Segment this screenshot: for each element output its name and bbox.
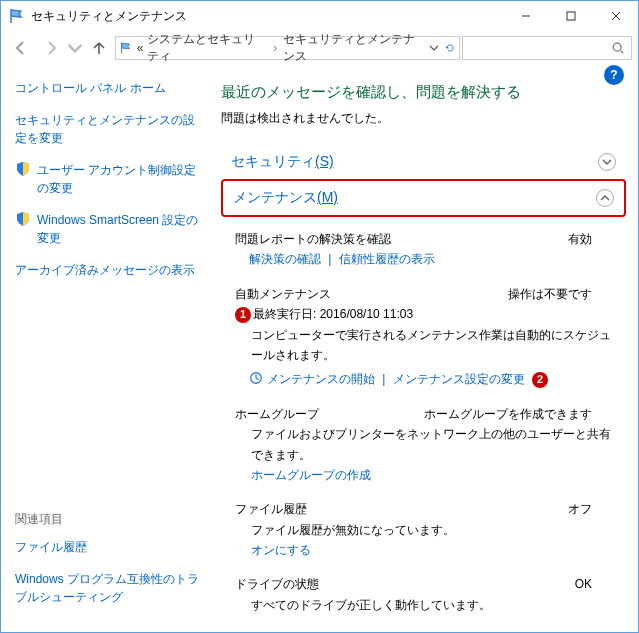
minimize-button[interactable] <box>503 1 548 31</box>
sidebar-compat[interactable]: Windows プログラム互換性のトラブルシューティング <box>15 570 201 606</box>
automaint-desc: コンピューターで実行されるメンテナンス作業は自動的にスケジュールされます。 <box>235 325 620 366</box>
no-issues-text: 問題は検出されませんでした。 <box>221 110 626 127</box>
homegroup-status: ホームグループを作成できます <box>424 404 592 424</box>
change-maintenance-settings-link[interactable]: メンテナンス設定の変更 <box>393 372 525 386</box>
start-maintenance-link[interactable]: メンテナンスの開始 <box>267 372 375 386</box>
breadcrumb-seg2[interactable]: セキュリティとメンテナンス <box>283 31 425 65</box>
problem-report-title: 問題レポートの解決策を確認 <box>235 229 391 249</box>
up-button[interactable] <box>85 35 113 61</box>
help-button[interactable]: ? <box>604 65 624 85</box>
maintenance-section-toggle[interactable]: メンテナンス(M) <box>221 179 626 217</box>
security-accel: (S) <box>315 153 334 169</box>
maintenance-accel: (M) <box>317 189 338 205</box>
chevron-up-icon <box>596 189 614 207</box>
navbar: « システムとセキュリティ › セキュリティとメンテナンス <box>1 31 638 65</box>
automaint-title: 自動メンテナンス <box>235 284 331 304</box>
chevron-down-icon <box>598 153 616 171</box>
filehistory-desc: ファイル履歴が無効になっています。 <box>235 520 620 540</box>
create-homegroup-link[interactable]: ホームグループの作成 <box>251 468 371 482</box>
main-panel: ? 最近のメッセージを確認し、問題を解決する 問題は検出されませんでした。 セキ… <box>211 65 638 632</box>
divider: | <box>382 372 385 386</box>
svg-line-5 <box>621 51 624 54</box>
automaint-status: 操作は不要です <box>508 284 592 304</box>
problem-report-status: 有効 <box>568 229 592 249</box>
annotation-badge-1: 1 <box>235 307 251 323</box>
device-status: 操作は不要です <box>508 629 592 632</box>
breadcrumb-prefix: « <box>137 41 144 55</box>
titlebar: セキュリティとメンテナンス <box>1 1 638 31</box>
window-title: セキュリティとメンテナンス <box>31 8 187 25</box>
address-bar[interactable]: « システムとセキュリティ › セキュリティとメンテナンス <box>115 36 460 60</box>
problem-report-block: 問題レポートの解決策を確認 有効 解決策の確認 | 信頼性履歴の表示 <box>221 225 626 280</box>
clock-icon <box>249 371 263 385</box>
maintenance-label: メンテナンス <box>233 189 317 205</box>
search-input[interactable] <box>462 36 632 60</box>
forward-button[interactable] <box>37 35 65 61</box>
filehistory-title: ファイル履歴 <box>235 499 307 519</box>
refresh-icon[interactable] <box>445 43 455 53</box>
enable-filehistory-link[interactable]: オンにする <box>251 543 311 557</box>
chevron-right-icon: › <box>273 41 277 55</box>
breadcrumb-seg1[interactable]: システムとセキュリティ <box>147 31 267 65</box>
svg-rect-1 <box>567 12 575 20</box>
check-solutions-link[interactable]: 解決策の確認 <box>249 252 321 266</box>
drive-status: OK <box>575 574 592 594</box>
maximize-button[interactable] <box>548 1 593 31</box>
sidebar-change-settings[interactable]: セキュリティとメンテナンスの設定を変更 <box>15 111 201 147</box>
reliability-history-link[interactable]: 信頼性履歴の表示 <box>339 252 435 266</box>
flag-icon <box>120 41 133 55</box>
security-label: セキュリティ <box>231 153 315 169</box>
last-run-value: 2016/08/10 11:03 <box>320 307 413 321</box>
homegroup-block: ホームグループ ホームグループを作成できます ファイルおよびプリンターをネットワ… <box>221 400 626 496</box>
auto-maintenance-block: 自動メンテナンス 操作は不要です 1最終実行日: 2016/08/10 11:0… <box>221 280 626 400</box>
annotation-badge-2: 2 <box>532 372 548 388</box>
security-section-toggle[interactable]: セキュリティ(S) <box>221 145 626 179</box>
device-title: デバイスのソフトウェア <box>235 629 367 632</box>
address-dropdown-icon[interactable] <box>429 43 439 53</box>
related-header: 関連項目 <box>15 511 201 528</box>
back-button[interactable] <box>7 35 35 61</box>
drive-title: ドライブの状態 <box>235 574 319 594</box>
shield-icon <box>15 211 31 227</box>
shield-icon <box>15 161 31 177</box>
sidebar-home[interactable]: コントロール パネル ホーム <box>15 79 201 97</box>
drive-desc: すべてのドライブが正しく動作しています。 <box>235 595 620 615</box>
sidebar-uac[interactable]: ユーザー アカウント制御設定の変更 <box>15 161 201 197</box>
filehistory-status: オフ <box>568 499 592 519</box>
recent-dropdown[interactable] <box>67 35 83 61</box>
device-software-block: デバイスのソフトウェア 操作は不要です <box>221 625 626 632</box>
divider: | <box>328 252 331 266</box>
sidebar: コントロール パネル ホーム セキュリティとメンテナンスの設定を変更 ユーザー … <box>1 65 211 632</box>
homegroup-title: ホームグループ <box>235 404 319 424</box>
sidebar-archived[interactable]: アーカイブ済みメッセージの表示 <box>15 261 201 279</box>
close-button[interactable] <box>593 1 638 31</box>
sidebar-smartscreen[interactable]: Windows SmartScreen 設定の変更 <box>15 211 201 247</box>
homegroup-desc: ファイルおよびプリンターをネットワーク上の他のユーザーと共有できます。 <box>235 424 620 465</box>
page-title: 最近のメッセージを確認し、問題を解決する <box>221 83 626 102</box>
file-history-block: ファイル履歴 オフ ファイル履歴が無効になっています。 オンにする <box>221 495 626 570</box>
sidebar-file-history[interactable]: ファイル履歴 <box>15 538 201 556</box>
search-icon <box>611 41 625 55</box>
drive-status-block: ドライブの状態 OK すべてのドライブが正しく動作しています。 <box>221 570 626 625</box>
svg-point-4 <box>613 43 621 51</box>
app-icon <box>9 8 25 24</box>
last-run-label: 最終実行日: <box>253 307 316 321</box>
